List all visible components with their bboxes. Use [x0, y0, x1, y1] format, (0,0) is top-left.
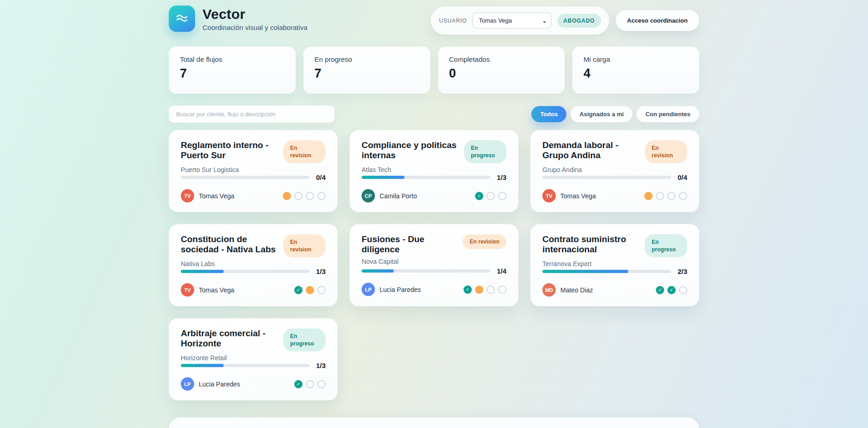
user-select-wrap: Tomas Vega ⌄	[472, 12, 552, 29]
progress-row: 1/3	[362, 173, 506, 181]
search-input[interactable]	[169, 106, 334, 123]
progress-track	[362, 176, 490, 179]
card-head: Constitucion de sociedad - Nativa Labs E…	[181, 234, 326, 257]
stat-value: 0	[449, 66, 554, 81]
assignee-name: Tomas Vega	[560, 192, 596, 200]
step-dot-empty[interactable]	[679, 192, 687, 200]
user-select[interactable]: Tomas Vega	[472, 12, 552, 29]
step-dot-empty[interactable]	[498, 285, 506, 294]
waves-icon	[174, 10, 190, 28]
step-dot-pending[interactable]	[475, 285, 483, 294]
assignee: LP Lucia Paredes	[362, 283, 421, 296]
card-client: Nova Capital	[362, 258, 506, 265]
stat-label: En progreso	[315, 55, 419, 63]
step-dot-done[interactable]: ✓	[464, 285, 472, 294]
step-dots: ✓✓	[656, 286, 687, 294]
card-title: Demanda laboral - Grupo Andina	[542, 140, 639, 161]
step-dot-pending[interactable]	[306, 286, 314, 294]
step-dot-empty[interactable]	[317, 380, 326, 388]
progress-row: 2/3	[542, 268, 687, 275]
flow-card[interactable]: Arbitraje comercial - Horizonte En progr…	[169, 318, 338, 400]
step-dot-pending[interactable]	[644, 192, 653, 200]
progress-row: 1/4	[362, 267, 506, 275]
user-label: USUARIO	[439, 18, 467, 24]
progress-track	[181, 270, 309, 273]
step-dot-empty[interactable]	[294, 192, 303, 200]
step-dots	[644, 192, 687, 200]
step-dot-empty[interactable]	[306, 192, 314, 200]
card-title: Arbitraje comercial - Horizonte	[181, 328, 278, 349]
stat-label: Mi carga	[583, 55, 688, 63]
step-dot-empty[interactable]	[667, 192, 676, 200]
status-badge: En revision	[283, 140, 326, 163]
step-dot-empty[interactable]	[679, 286, 687, 294]
card-client: Atlas Tech	[362, 166, 506, 173]
header: Vector Coordinación visual y colaborativ…	[169, 6, 699, 35]
step-dot-empty[interactable]	[487, 192, 495, 200]
avatar: TV	[542, 189, 556, 202]
filter-pill[interactable]: Todos	[531, 106, 566, 122]
flow-card[interactable]: Demanda laboral - Grupo Andina En revisi…	[530, 130, 699, 212]
assignee-name: Mateo Diaz	[560, 286, 593, 294]
flow-card[interactable]: Reglamento interno - Puerto Sur En revis…	[169, 130, 338, 212]
filter-pill[interactable]: Con pendientes	[636, 106, 699, 122]
assignee-name: Lucia Paredes	[199, 380, 240, 388]
stat-card: En progreso 7	[303, 47, 430, 94]
progress-track	[542, 270, 671, 273]
card-client: Horizonte Retail	[181, 354, 326, 362]
step-dot-empty[interactable]	[317, 192, 326, 200]
stat-label: Total de flujos	[180, 55, 285, 63]
card-foot: LP Lucia Paredes ✓	[181, 377, 326, 391]
card-title: Fusiones - Due diligence	[362, 234, 457, 255]
progress-fill	[542, 270, 628, 273]
flow-card[interactable]: Constitucion de sociedad - Nativa Labs E…	[169, 224, 338, 306]
progress-row: 0/4	[542, 173, 687, 181]
stat-value: 7	[180, 66, 285, 81]
progress-row: 1/3	[181, 268, 326, 275]
progress-fraction: 1/3	[316, 268, 326, 275]
card-head: Arbitraje comercial - Horizonte En progr…	[181, 328, 326, 351]
stat-card: Mi carga 4	[572, 47, 699, 94]
avatar: TV	[181, 189, 194, 202]
step-dot-done[interactable]: ✓	[667, 286, 676, 294]
step-dot-done[interactable]: ✓	[475, 192, 483, 200]
card-client: Nativa Labs	[181, 260, 326, 268]
progress-fill	[181, 364, 224, 367]
card-title: Reglamento interno - Puerto Sur	[181, 140, 278, 161]
assignee: TV Tomas Vega	[181, 189, 234, 202]
step-dot-done[interactable]: ✓	[294, 286, 303, 294]
step-dot-empty[interactable]	[317, 286, 326, 294]
step-dot-empty[interactable]	[498, 192, 506, 200]
assignee-name: Tomas Vega	[199, 192, 234, 200]
card-client: Terranova Export	[542, 260, 687, 268]
step-dots: ✓	[475, 192, 506, 200]
assignee: CP Camila Porto	[362, 189, 417, 202]
stat-card: Total de flujos 7	[169, 47, 296, 94]
role-badge: ABOGADO	[557, 14, 600, 28]
card-head: Reglamento interno - Puerto Sur En revis…	[181, 140, 326, 163]
progress-row: 1/3	[181, 362, 326, 369]
progress-fraction: 1/3	[497, 173, 506, 181]
access-coordination-button[interactable]: Acceso coordinacion	[616, 10, 699, 31]
step-dots: ✓	[294, 380, 326, 388]
progress-track	[542, 176, 671, 179]
progress-fraction: 1/3	[316, 362, 326, 369]
status-badge: En progreso	[283, 328, 326, 351]
filter-pill[interactable]: Asignados a mí	[571, 106, 632, 122]
step-dot-pending[interactable]	[283, 192, 291, 200]
avatar: MD	[542, 283, 556, 297]
step-dot-empty[interactable]	[306, 380, 314, 388]
card-head: Contrato suministro internacional En pro…	[542, 234, 687, 257]
page: Vector Coordinación visual y colaborativ…	[0, 0, 868, 428]
card-client: Grupo Andina	[542, 166, 687, 173]
app-logo	[169, 6, 195, 32]
flow-card[interactable]: Contrato suministro internacional En pro…	[530, 224, 699, 306]
step-dot-done[interactable]: ✓	[294, 380, 303, 388]
step-dot-empty[interactable]	[656, 192, 664, 200]
card-foot: MD Mateo Diaz ✓✓	[542, 283, 687, 297]
step-dot-done[interactable]: ✓	[656, 286, 664, 294]
progress-track	[181, 364, 309, 367]
flow-card[interactable]: Fusiones - Due diligence En revision Nov…	[350, 224, 518, 306]
flow-card[interactable]: Compliance y politicas internas En progr…	[350, 130, 518, 212]
step-dot-empty[interactable]	[487, 285, 495, 294]
